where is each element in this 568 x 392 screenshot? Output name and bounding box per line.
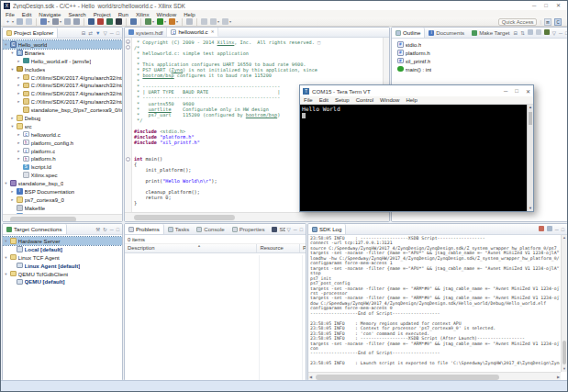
- teraterm-menu-setup[interactable]: Setup: [335, 97, 350, 103]
- cpp-perspective-icon[interactable]: C: [554, 18, 562, 26]
- tab-outline[interactable]: Outline: [392, 28, 425, 38]
- target-connection-icon[interactable]: [129, 17, 138, 26]
- tab-tasks[interactable]: Tasks: [164, 224, 194, 234]
- new-wizard-icon[interactable]: +▾: [4, 17, 15, 26]
- editor-hscrollbar[interactable]: [125, 212, 389, 221]
- tab-sdk-log[interactable]: SDK Log: [308, 224, 346, 234]
- hide-fields-icon[interactable]: [528, 29, 533, 36]
- external-tools-icon[interactable]: ▾: [168, 17, 179, 26]
- project-explorer-hscrollbar[interactable]: [3, 214, 122, 221]
- minimize-panel-icon[interactable]: ─: [110, 30, 114, 36]
- outline-item-stdio-h[interactable]: #stdio.h: [392, 40, 567, 49]
- open-perspective-icon[interactable]: ⊞: [544, 18, 551, 26]
- menu-window[interactable]: Window: [156, 11, 176, 17]
- column-header-description[interactable]: Description▲: [125, 244, 257, 252]
- last-edit-location-icon[interactable]: [200, 17, 208, 26]
- clear-log-icon[interactable]: [539, 226, 544, 232]
- xsct-console-icon[interactable]: [115, 17, 123, 26]
- minimize-panel-icon[interactable]: ─: [559, 30, 562, 36]
- teraterm-maximize-button[interactable]: □: [515, 88, 518, 95]
- edit-pencil-icon[interactable]: [72, 17, 81, 26]
- debug-icon[interactable]: ▾: [144, 17, 155, 26]
- minimize-panel-icon[interactable]: ─: [294, 227, 297, 232]
- minimize-panel-icon[interactable]: ─: [555, 227, 559, 232]
- tree-item-linux-agent-default[interactable]: Linux Agent [default]: [3, 262, 122, 270]
- save-all-icon[interactable]: [25, 17, 33, 26]
- save-icon[interactable]: [16, 17, 24, 26]
- tree-item-helloworld-c[interactable]: ▸chelloworld.c: [3, 130, 122, 139]
- teraterm-menu-file[interactable]: File: [304, 97, 313, 103]
- column-header-path[interactable]: Path: [300, 244, 306, 252]
- build-wrench-icon[interactable]: ▾: [51, 17, 62, 26]
- sdk-log-vscrollbar[interactable]: ▲▼: [561, 235, 567, 372]
- dropdown-arrow-icon[interactable]: ▾: [12, 19, 14, 24]
- board-support-icon[interactable]: [106, 17, 114, 26]
- dropdown-arrow-icon[interactable]: ▾: [164, 19, 166, 24]
- maximize-panel-icon[interactable]: □: [117, 227, 119, 232]
- run-icon[interactable]: ▾: [156, 17, 167, 26]
- scroll-lock-icon[interactable]: [547, 226, 552, 232]
- hide-non-public-icon[interactable]: [544, 29, 550, 36]
- menu-run[interactable]: Run: [118, 11, 128, 17]
- tree-item-platform-c[interactable]: ▸cplatform.c: [3, 147, 122, 155]
- menu-help[interactable]: Help: [184, 11, 195, 17]
- tab-properties[interactable]: Properties: [228, 224, 269, 234]
- teraterm-menu-window[interactable]: Window: [380, 97, 399, 103]
- tree-item-debug[interactable]: ▸Debug: [3, 114, 122, 122]
- minimize-panel-icon[interactable]: ─: [110, 227, 114, 232]
- tree-item-local-default[interactable]: Local [default]: [3, 245, 122, 253]
- tab-documents[interactable]: iDocuments: [425, 28, 468, 38]
- outline-collapse-icon[interactable]: ⊟: [514, 30, 518, 36]
- tab-console[interactable]: Console: [193, 224, 228, 234]
- filter-icon[interactable]: ▼: [95, 30, 100, 36]
- tree-item-c-xilinx-sdk-2017-4-gnu-aarch32-nt-gcc-arm[interactable]: ▸C:/Xilinx/SDK/2017.4/gnu/aarch32/nt/gcc…: [3, 97, 122, 106]
- tree-item-c-xilinx-sdk-2017-4-gnu-aarch32-nt-gcc-arm[interactable]: ▸C:/Xilinx/SDK/2017.4/gnu/aarch32/nt/gcc…: [3, 73, 122, 82]
- tree-item-src[interactable]: ▾src: [3, 122, 122, 130]
- sdk-log-text[interactable]: 23:58:05 INFO : ------------------XSDB S…: [310, 236, 560, 372]
- menu-xilinx[interactable]: Xilinx: [136, 11, 150, 17]
- tree-item-hello-world-elf-arm-le[interactable]: ▸Hello_world.elf - [arm/le]: [3, 57, 122, 65]
- debug-config-icon[interactable]: ▾: [39, 17, 50, 26]
- print-icon[interactable]: [63, 17, 72, 26]
- tab-target-connections[interactable]: Target Connections: [3, 224, 67, 234]
- program-fpga-icon[interactable]: [87, 17, 95, 26]
- column-header-resource[interactable]: Resource: [257, 244, 300, 252]
- tree-item-c-xilinx-sdk-2017-4-gnu-aarch32-nt-gcc-arm[interactable]: ▸C:/Xilinx/SDK/2017.4/gnu/aarch32/nt/gcc…: [3, 89, 122, 97]
- tree-item-qemu-default[interactable]: QEMU [default]: [3, 277, 122, 286]
- outline-item-platform-h[interactable]: #platform.h: [392, 49, 567, 57]
- tree-item-platform-h[interactable]: ▸hplatform.h: [3, 154, 122, 162]
- teraterm-close-button[interactable]: ✕: [526, 88, 530, 95]
- outline-item-main-int[interactable]: main() : int: [392, 65, 567, 73]
- maximize-panel-icon[interactable]: □: [562, 227, 564, 232]
- close-icon[interactable]: ✕: [211, 29, 215, 34]
- tree-item-c-xilinx-sdk-2017-4-gnu-aarch32-nt-gcc-arm[interactable]: ▸C:/Xilinx/SDK/2017.4/gnu/aarch32/nt/gcc…: [3, 81, 122, 89]
- tree-item-platform-config-h[interactable]: ▸hplatform_config.h: [3, 139, 122, 147]
- sdk-tools-icon[interactable]: [96, 17, 105, 26]
- hide-static-icon[interactable]: [536, 29, 541, 36]
- tree-item-binaries[interactable]: ▾bBinaries: [3, 49, 122, 57]
- refresh-icon[interactable]: ↻: [103, 227, 107, 232]
- tree-item-makefile[interactable]: Makefile: [3, 204, 122, 212]
- tree-item-standalone-bsp-0-ps7-cortexa9-0-include[interactable]: standalone_bsp_0/ps7_cortexa9_0/include: [3, 106, 122, 114]
- dropdown-arrow-icon[interactable]: ▾: [48, 19, 50, 24]
- dropdown-arrow-icon[interactable]: ▾: [60, 19, 61, 24]
- view-menu-icon[interactable]: ▽: [552, 30, 556, 36]
- tree-item-qemu-tcfgdbclient[interactable]: ▾QEMU TcfGdbClient: [3, 270, 122, 278]
- tree-item-xilinx-spec[interactable]: Xilinx.spec: [3, 171, 122, 179]
- tab-project-explorer[interactable]: Project Explorer: [3, 28, 58, 38]
- dropdown-arrow-icon[interactable]: ▾: [176, 19, 178, 24]
- teraterm-minimize-button[interactable]: ─: [504, 88, 507, 95]
- collapse-all-icon[interactable]: ⊟: [82, 30, 86, 36]
- teraterm-menu-edit[interactable]: Edit: [319, 97, 329, 103]
- teraterm-scrollbar[interactable]: ▲▼: [527, 105, 533, 211]
- tree-item-hardware-server[interactable]: ▾Hardware Server: [3, 237, 122, 245]
- dropdown-arrow-icon[interactable]: ▾: [152, 19, 154, 24]
- tree-item-lscript-ld[interactable]: Slscript.ld: [3, 162, 122, 171]
- quick-access-button[interactable]: Quick Access: [498, 18, 538, 26]
- outline-item-xil-printf-h[interactable]: #xil_printf.h: [392, 57, 567, 65]
- fold-marker-icon[interactable]: -: [126, 157, 130, 162]
- tab-helloworld-c[interactable]: chelloworld.c✕: [167, 28, 218, 37]
- tree-item-bsp-documentation[interactable]: ▸iBSP Documentation: [3, 187, 122, 196]
- teraterm-menu-control[interactable]: Control: [356, 97, 373, 103]
- maximize-panel-icon[interactable]: □: [117, 30, 119, 36]
